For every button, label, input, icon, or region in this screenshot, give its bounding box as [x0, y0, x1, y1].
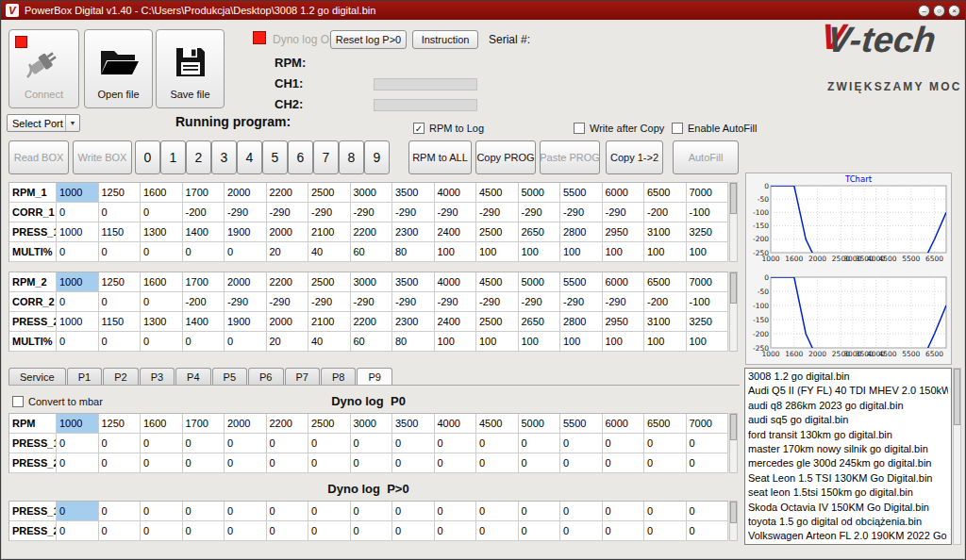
tab-p3[interactable]: P3 — [140, 368, 175, 385]
table-cell[interactable]: 0 — [519, 434, 561, 453]
table-cell[interactable]: -290 — [435, 292, 477, 312]
table-cell[interactable]: 2400 — [435, 312, 477, 332]
table-cell[interactable]: 0 — [308, 434, 351, 453]
table-cell[interactable]: 7000 — [687, 414, 729, 434]
file-list-item[interactable]: Skoda Octavia IV 150KM Go Digital.bin — [748, 501, 948, 515]
table-cell[interactable]: 3500 — [392, 414, 435, 434]
table-cell[interactable]: -290 — [476, 203, 519, 222]
table-cell[interactable]: 100 — [435, 242, 477, 262]
table-cell[interactable]: 0 — [308, 453, 351, 473]
table-cell[interactable]: 60 — [351, 242, 393, 262]
table-cell[interactable]: 2200 — [267, 414, 309, 434]
table-cell[interactable]: 5500 — [560, 414, 603, 434]
table-cell[interactable]: -200 — [183, 203, 225, 222]
table-cell[interactable]: 1000 — [57, 312, 99, 332]
table-cell[interactable]: 0 — [225, 502, 267, 521]
table-cell[interactable]: -290 — [603, 203, 645, 222]
table-cell[interactable]: 0 — [99, 521, 142, 541]
table-cell[interactable]: 20 — [267, 242, 309, 262]
enable-autofill-checkbox[interactable]: Enable AutoFill — [672, 123, 757, 134]
table-cell[interactable]: 0 — [392, 502, 435, 521]
table-cell[interactable]: -200 — [183, 292, 225, 312]
table-cell[interactable]: 0 — [141, 292, 183, 312]
table-cell[interactable]: 5000 — [519, 183, 561, 203]
table-cell[interactable]: 1700 — [183, 414, 225, 434]
table-cell[interactable]: 2200 — [267, 272, 309, 292]
checkbox-box[interactable] — [672, 123, 683, 134]
table-cell[interactable]: 100 — [476, 242, 519, 262]
table-cell[interactable]: 2500 — [476, 312, 519, 332]
table-cell[interactable]: 0 — [141, 453, 183, 473]
table-cell[interactable]: 1600 — [141, 414, 183, 434]
table-cell[interactable]: -100 — [687, 203, 729, 222]
table-cell[interactable]: 3100 — [644, 312, 687, 332]
table-cell[interactable]: 80 — [392, 332, 435, 352]
tab-p4[interactable]: P4 — [175, 368, 210, 385]
copy-prog-button[interactable]: Copy PROG — [475, 140, 536, 174]
table-cell[interactable]: 0 — [644, 502, 687, 521]
digit-7-button[interactable]: 7 — [313, 140, 339, 174]
table-cell[interactable]: -290 — [267, 203, 309, 222]
table-cell[interactable]: 0 — [435, 453, 477, 473]
table-cell[interactable]: 80 — [392, 242, 435, 262]
tab-p5[interactable]: P5 — [212, 368, 247, 385]
table-cell[interactable]: 2200 — [351, 312, 393, 332]
close-button[interactable]: × — [948, 5, 960, 17]
digit-8-button[interactable]: 8 — [339, 140, 364, 174]
table-cell[interactable]: 0 — [141, 502, 183, 521]
table-cell[interactable]: 0 — [57, 521, 99, 541]
read-box-button[interactable]: Read BOX — [8, 140, 69, 174]
table-cell[interactable]: 2200 — [267, 183, 309, 203]
file-list-item[interactable]: Seat Leon 1.5 TSI 130KM Go Digital.bin — [748, 471, 948, 486]
digit-1-button[interactable]: 1 — [160, 140, 186, 174]
table-cell[interactable]: 1250 — [99, 183, 142, 203]
tab-p7[interactable]: P7 — [285, 368, 320, 385]
table-cell[interactable]: 2800 — [560, 312, 603, 332]
table-cell[interactable]: 0 — [308, 521, 351, 541]
table-cell[interactable]: 2500 — [308, 183, 351, 203]
table-cell[interactable]: 40 — [308, 332, 351, 352]
save-file-button[interactable]: Save file — [156, 29, 225, 108]
table-cell[interactable]: 2950 — [603, 222, 645, 242]
table-cell[interactable]: 0 — [351, 434, 393, 453]
table-cell[interactable]: 2950 — [603, 312, 645, 332]
table-cell[interactable]: 6500 — [644, 272, 687, 292]
file-list-item[interactable]: mercedes gle 300d 245km go digital.bin — [748, 456, 948, 470]
table-cell[interactable]: 1300 — [141, 222, 183, 242]
table-cell[interactable]: 2500 — [476, 222, 519, 242]
table-cell[interactable]: 0 — [57, 502, 99, 521]
table-cell[interactable]: 0 — [141, 203, 183, 222]
file-list-item[interactable]: Volkswagen Arteon FL 2.0 190KM 2022 Go D… — [748, 529, 948, 543]
table-cell[interactable]: 0 — [141, 332, 183, 352]
table-cell[interactable]: 0 — [603, 434, 645, 453]
digit-9-button[interactable]: 9 — [364, 140, 390, 174]
checkbox-box[interactable] — [574, 123, 585, 134]
table-cell[interactable]: 0 — [141, 521, 183, 541]
table-cell[interactable]: 0 — [476, 434, 519, 453]
tab-service[interactable]: Service — [8, 368, 66, 385]
table-cell[interactable]: 1400 — [183, 222, 225, 242]
table-cell[interactable]: 1150 — [99, 312, 142, 332]
table-cell[interactable]: 0 — [687, 521, 729, 541]
table-cell[interactable]: 2200 — [351, 222, 393, 242]
file-list-item[interactable]: seat leon 1.5tsi 150km go digital.bin — [748, 486, 948, 500]
table-cell[interactable]: -200 — [644, 203, 687, 222]
table-cell[interactable]: 0 — [141, 242, 183, 262]
table-cell[interactable]: 0 — [644, 521, 687, 541]
digit-2-button[interactable]: 2 — [186, 140, 211, 174]
table-cell[interactable]: 6000 — [603, 183, 645, 203]
table-cell[interactable]: 6500 — [644, 414, 687, 434]
reset-log-button[interactable]: Reset log P>0 — [330, 30, 407, 49]
table-cell[interactable]: 1000 — [57, 414, 99, 434]
table-cell[interactable]: 0 — [183, 332, 225, 352]
table-cell[interactable]: 2500 — [308, 414, 351, 434]
table-cell[interactable]: 0 — [560, 434, 603, 453]
table-cell[interactable]: 0 — [644, 453, 687, 473]
file-list-item[interactable]: audi q8 286km 2023 go digital.bin — [748, 399, 948, 413]
titlebar[interactable]: V PowerBox Digital v1.40 - C:\Users\Prod… — [1, 1, 965, 20]
table-cell[interactable]: 1900 — [225, 312, 267, 332]
tab-p9[interactable]: P9 — [357, 368, 391, 386]
autofill-button[interactable]: AutoFill — [673, 140, 739, 174]
table-cell[interactable]: 0 — [603, 453, 645, 473]
table-cell[interactable]: 7000 — [687, 272, 729, 292]
